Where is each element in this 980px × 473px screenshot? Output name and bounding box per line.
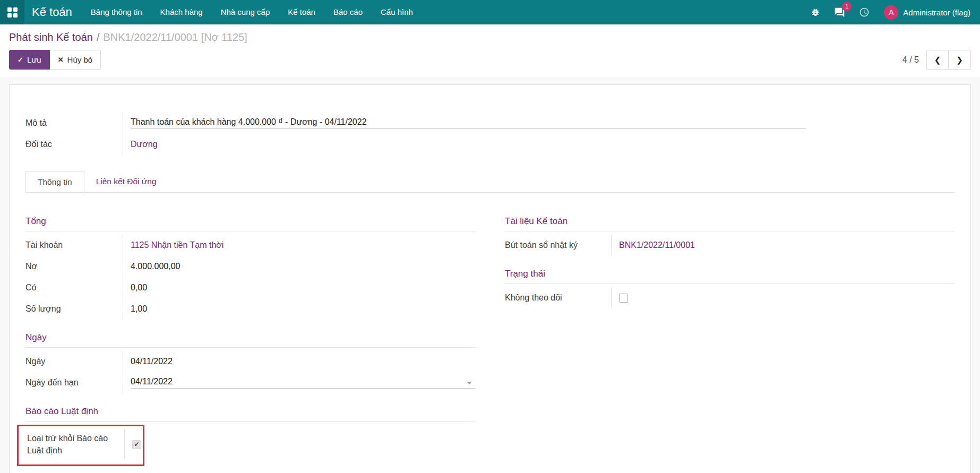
top-navbar: Kế toán Bảng thông tin Khách hàng Nhà cu… bbox=[0, 0, 980, 24]
user-avatar[interactable]: A bbox=[884, 5, 898, 20]
field-row-account: Tài khoản 1125 Nhận tiền Tạm thời bbox=[25, 235, 475, 256]
tab-counterpart-links[interactable]: Liên kết Đối ứng bbox=[84, 171, 168, 192]
debit-label: Nợ bbox=[25, 262, 123, 271]
main-menu: Bảng thông tin Khách hàng Nhà cung cấp K… bbox=[82, 0, 422, 24]
account-value-cell: 1125 Nhận tiền Tạm thời bbox=[123, 235, 475, 256]
due-date-label: Ngày đến hạn bbox=[25, 378, 123, 388]
field-row-exclude-report: Loại trừ khỏi Báo cáo Luật định ✓ bbox=[27, 429, 139, 459]
no-follow-checkbox[interactable] bbox=[619, 294, 628, 303]
chevron-left-icon: ❮ bbox=[934, 55, 941, 65]
section-totals: Tổng Tài khoản 1125 Nhận tiền Tạm thời N… bbox=[25, 216, 475, 320]
annotation-red-box: Loại trừ khỏi Báo cáo Luật định ✓ bbox=[17, 425, 144, 466]
journal-entry-link[interactable]: BNK1/2022/11/0001 bbox=[619, 240, 695, 250]
apps-menu-button[interactable] bbox=[0, 0, 24, 24]
menu-item-customers[interactable]: Khách hàng bbox=[151, 0, 212, 24]
chevron-right-icon: ❯ bbox=[956, 55, 963, 65]
right-column: Tài liệu Kế toán Bút toán sổ nhật ký BNK… bbox=[505, 216, 955, 308]
section-status-title: Trạng thái bbox=[505, 269, 955, 284]
section-dates: Ngày Ngày 04/11/2022 Ngày đến hạn 04/11/… bbox=[25, 332, 475, 393]
section-accounting-document: Tài liệu Kế toán Bút toán sổ nhật ký BNK… bbox=[505, 216, 955, 256]
field-row-due-date: Ngày đến hạn 04/11/2022 bbox=[25, 372, 475, 393]
section-dates-title: Ngày bbox=[25, 332, 475, 348]
tab-content: Tổng Tài khoản 1125 Nhận tiền Tạm thời N… bbox=[25, 193, 955, 466]
debug-bug-icon[interactable] bbox=[804, 7, 827, 17]
credit-value: 0,00 bbox=[123, 277, 475, 298]
field-row-date: Ngày 04/11/2022 bbox=[25, 351, 475, 372]
field-row-no-follow: Không theo dõi bbox=[505, 287, 955, 308]
field-row-debit: Nợ 4.000.000,00 bbox=[25, 256, 475, 277]
left-column: Tổng Tài khoản 1125 Nhận tiền Tạm thời N… bbox=[25, 216, 475, 466]
menu-item-reports[interactable]: Báo cáo bbox=[324, 0, 372, 24]
pager-value: 4 / 5 bbox=[902, 55, 919, 65]
due-date-input-value: 04/11/2022 bbox=[131, 377, 173, 386]
page: Kế toán Bảng thông tin Khách hàng Nhà cu… bbox=[0, 0, 980, 473]
discard-button-label: Hủy bỏ bbox=[67, 55, 93, 64]
notebook-tabs: Thông tin Liên kết Đối ứng bbox=[25, 171, 955, 193]
check-icon: ✓ bbox=[18, 56, 23, 64]
partner-link[interactable]: Dương bbox=[131, 140, 158, 149]
section-accounting-document-title: Tài liệu Kế toán bbox=[505, 216, 955, 231]
pager-previous-button[interactable]: ❮ bbox=[926, 50, 949, 70]
no-follow-label: Không theo dõi bbox=[505, 293, 611, 303]
menu-item-configuration[interactable]: Cấu hình bbox=[372, 0, 422, 24]
user-menu[interactable]: Administrator (flag) bbox=[903, 8, 970, 17]
exclude-report-value-cell: ✓ bbox=[124, 429, 141, 459]
messages-count-badge: 1 bbox=[842, 2, 852, 11]
date-label: Ngày bbox=[25, 357, 123, 366]
toolbar: ✓Lưu ✕Hủy bỏ 4 / 5 ❮ ❯ bbox=[9, 50, 971, 70]
debit-value: 4.000.000,00 bbox=[123, 256, 475, 277]
save-button[interactable]: ✓Lưu bbox=[9, 50, 50, 70]
breadcrumb-current: BNK1/2022/11/0001 [Nợ 1125] bbox=[103, 31, 247, 43]
journal-entry-label: Bút toán sổ nhật ký bbox=[505, 240, 611, 250]
exclude-report-checkbox[interactable]: ✓ bbox=[132, 440, 141, 449]
account-link[interactable]: 1125 Nhận tiền Tạm thời bbox=[131, 240, 223, 250]
no-follow-value-cell bbox=[611, 287, 955, 308]
form-sheet: Mô tả Thanh toán của khách hàng 4.000.00… bbox=[9, 84, 971, 473]
checkbox-check-icon: ✓ bbox=[134, 441, 139, 448]
control-panel: Phát sinh Kế toán/BNK1/2022/11/0001 [Nợ … bbox=[0, 24, 980, 77]
exclude-report-label: Loại trừ khỏi Báo cáo Luật định bbox=[27, 432, 124, 457]
discard-button[interactable]: ✕Hủy bỏ bbox=[50, 50, 101, 70]
menu-item-dashboard[interactable]: Bảng thông tin bbox=[82, 0, 151, 24]
pager-next-button[interactable]: ❯ bbox=[949, 50, 971, 70]
menu-item-accounting[interactable]: Kế toán bbox=[279, 0, 324, 24]
caret-down-icon[interactable] bbox=[467, 382, 472, 384]
breadcrumb: Phát sinh Kế toán/BNK1/2022/11/0001 [Nợ … bbox=[9, 31, 971, 44]
apps-grid-icon bbox=[7, 7, 18, 18]
partner-label: Đối tác bbox=[25, 140, 123, 149]
field-row-partner: Đối tác Dương bbox=[25, 134, 806, 155]
field-row-journal-entry: Bút toán sổ nhật ký BNK1/2022/11/0001 bbox=[505, 235, 955, 256]
menu-item-vendors[interactable]: Nhà cung cấp bbox=[212, 0, 279, 24]
quantity-value: 1,00 bbox=[123, 298, 475, 320]
field-row-credit: Có 0,00 bbox=[25, 277, 475, 298]
due-date-input[interactable]: 04/11/2022 bbox=[131, 377, 475, 389]
account-label: Tài khoản bbox=[25, 240, 123, 250]
description-label: Mô tả bbox=[25, 118, 123, 128]
field-row-quantity: Số lượng 1,00 bbox=[25, 298, 475, 320]
app-title[interactable]: Kế toán bbox=[24, 5, 82, 19]
section-status: Trạng thái Không theo dõi bbox=[505, 269, 955, 308]
breadcrumb-separator: / bbox=[93, 31, 104, 43]
tab-information[interactable]: Thông tin bbox=[25, 171, 84, 192]
pager: ❮ ❯ bbox=[926, 50, 971, 70]
section-regulatory-title: Báo cáo Luật định bbox=[25, 406, 475, 422]
description-value-cell: Thanh toán của khách hàng 4.000.000 ₫ - … bbox=[123, 113, 806, 134]
breadcrumb-parent-link[interactable]: Phát sinh Kế toán bbox=[9, 31, 93, 43]
description-input[interactable]: Thanh toán của khách hàng 4.000.000 ₫ - … bbox=[131, 117, 806, 129]
journal-entry-value-cell: BNK1/2022/11/0001 bbox=[611, 235, 955, 256]
credit-label: Có bbox=[25, 283, 123, 293]
activities-clock-icon[interactable] bbox=[852, 7, 876, 18]
close-icon: ✕ bbox=[58, 56, 64, 64]
save-button-label: Lưu bbox=[27, 55, 41, 64]
date-value: 04/11/2022 bbox=[123, 351, 475, 372]
navbar-right: 1 A Administrator (flag) bbox=[804, 5, 980, 20]
top-field-group: Mô tả Thanh toán của khách hàng 4.000.00… bbox=[25, 113, 806, 155]
section-regulatory-reports: Báo cáo Luật định Loại trừ khỏi Báo cáo … bbox=[25, 406, 475, 466]
field-row-description: Mô tả Thanh toán của khách hàng 4.000.00… bbox=[25, 113, 806, 134]
messages-icon[interactable]: 1 bbox=[827, 7, 852, 18]
partner-value-cell: Dương bbox=[123, 134, 806, 155]
quantity-label: Số lượng bbox=[25, 304, 123, 314]
section-totals-title: Tổng bbox=[25, 216, 475, 231]
content-area: Mô tả Thanh toán của khách hàng 4.000.00… bbox=[0, 77, 980, 473]
due-date-value-cell: 04/11/2022 bbox=[123, 372, 475, 393]
